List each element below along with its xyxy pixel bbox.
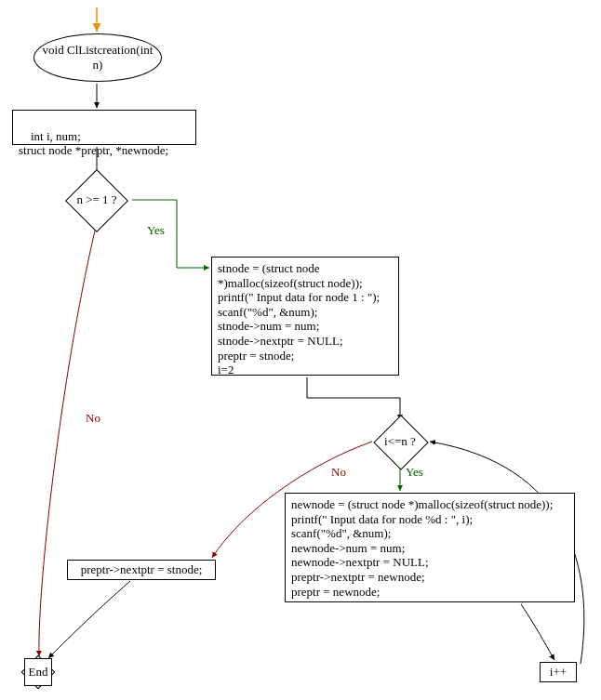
block1-line: i=2: [218, 363, 393, 377]
block1-line: stnode->nextptr = NULL;: [218, 334, 393, 349]
block1-line: stnode->num = num;: [218, 319, 393, 334]
block3-text: preptr->nextptr = stnode;: [81, 562, 203, 577]
declarations-text: int i, num; struct node *preptr, *newnod…: [19, 129, 168, 158]
increment-text: i++: [550, 665, 567, 680]
decision-i-le-n-label: i<=n ?: [378, 434, 422, 449]
flowchart-canvas: void ClListcreation(int n) int i, num; s…: [0, 0, 601, 700]
block2-line: newnode = (struct node *)malloc(sizeof(s…: [291, 497, 568, 512]
increment-block: i++: [540, 662, 577, 682]
newnode-block: newnode = (struct node *)malloc(sizeof(s…: [285, 493, 575, 602]
block1-line: stnode = (struct node *)malloc(sizeof(st…: [218, 261, 393, 290]
block2-line: newnode->num = num;: [291, 541, 568, 556]
declarations-block: int i, num; struct node *preptr, *newnod…: [12, 110, 196, 145]
block1-line: scanf("%d", &num);: [218, 305, 393, 320]
end-label: End: [29, 665, 48, 680]
decision2-yes-label: Yes: [406, 465, 423, 480]
block2-line: preptr = newnode;: [291, 585, 568, 600]
decision1-no-label: No: [86, 411, 100, 426]
block2-line: preptr->nextptr = newnode;: [291, 570, 568, 585]
init-stnode-block: stnode = (struct node *)malloc(sizeof(st…: [211, 257, 399, 376]
block2-line: newnode->nextptr = NULL;: [291, 555, 568, 570]
start-terminal: void ClListcreation(int n): [33, 33, 162, 82]
close-circle-block: preptr->nextptr = stnode;: [67, 560, 216, 580]
start-label: void ClListcreation(int n): [40, 43, 155, 72]
end-terminal: End: [24, 658, 52, 686]
decision1-yes-label: Yes: [147, 223, 165, 238]
block1-line: preptr = stnode;: [218, 349, 393, 363]
block2-line: printf(" Input data for node %d : ", i);: [291, 512, 568, 527]
block2-line: scanf("%d", &num);: [291, 526, 568, 541]
decision-n-ge-1-label: n >= 1 ?: [67, 192, 127, 207]
block1-line: printf(" Input data for node 1 : ");: [218, 290, 393, 305]
decision2-no-label: No: [331, 465, 346, 480]
